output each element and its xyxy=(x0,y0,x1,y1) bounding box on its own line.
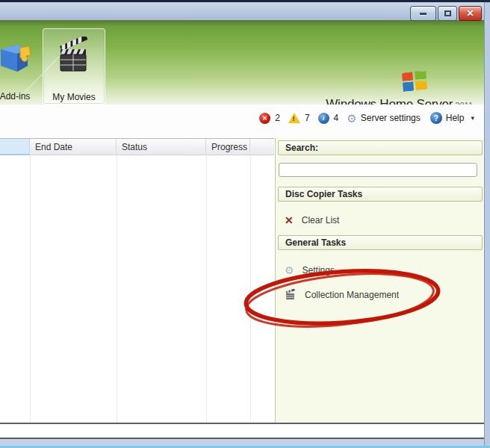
ribbon: Add-ins xyxy=(0,21,485,105)
collection-clapperboard-icon xyxy=(285,289,297,301)
settings-label: Settings xyxy=(303,265,335,276)
column-header-status[interactable]: Status xyxy=(117,139,206,155)
server-settings-button[interactable]: Server settings xyxy=(361,113,421,123)
settings-task[interactable]: ⚙ Settings xyxy=(285,265,335,276)
general-tasks-header: General Tasks xyxy=(278,235,483,250)
maximize-icon xyxy=(444,10,451,16)
table-header: End Date Status Progress xyxy=(0,138,274,155)
addins-label: Add-ins xyxy=(0,91,30,102)
clear-list-label: Clear List xyxy=(302,215,340,225)
minimize-button[interactable] xyxy=(410,6,436,21)
task-panel: Search: Disc Copier Tasks ✕ Clear List G… xyxy=(275,138,485,423)
status-row: ✕ 2 ! 7 i 4 ⚙ Server settings ? Help ▾ xyxy=(259,112,474,124)
disc-copier-tasks-header: Disc Copier Tasks xyxy=(278,187,483,202)
error-count: 2 xyxy=(275,113,280,123)
search-input[interactable] xyxy=(279,163,477,177)
my-movies-label: My Movies xyxy=(52,92,95,102)
info-count: 4 xyxy=(334,113,339,123)
clear-list-task[interactable]: ✕ Clear List xyxy=(285,215,339,225)
column-header-progress[interactable]: Progress xyxy=(206,139,250,155)
window-frame-right xyxy=(484,2,490,446)
warning-count: 7 xyxy=(305,113,310,123)
help-button[interactable]: Help xyxy=(446,113,465,123)
search-header: Search: xyxy=(278,140,483,155)
error-alert-icon[interactable]: ✕ xyxy=(259,113,270,124)
maximize-button[interactable] xyxy=(438,6,457,21)
window-controls: ✕ xyxy=(410,6,482,21)
server-settings-gear-icon[interactable]: ⚙ xyxy=(347,113,356,124)
clear-list-x-icon: ✕ xyxy=(285,215,294,225)
toolbar-strip: ✕ 2 ! 7 i 4 ⚙ Server settings ? Help ▾ e… xyxy=(0,105,485,138)
ribbon-button-addins[interactable]: Add-ins xyxy=(0,28,46,105)
windows-flag-icon xyxy=(400,69,428,98)
close-icon: ✕ xyxy=(466,9,474,18)
column-header-extra xyxy=(250,139,274,155)
minimize-icon xyxy=(420,13,427,15)
column-divider xyxy=(117,155,117,423)
collection-management-task[interactable]: Collection Management xyxy=(285,289,399,301)
my-movies-clapperboard-icon xyxy=(55,37,93,75)
status-bar xyxy=(0,424,485,438)
window-frame-bottom xyxy=(0,439,490,446)
collection-management-label: Collection Management xyxy=(305,290,399,300)
help-dropdown-icon[interactable]: ▾ xyxy=(471,114,474,122)
table-body[interactable] xyxy=(0,155,274,423)
info-alert-icon[interactable]: i xyxy=(318,113,329,124)
column-divider xyxy=(206,155,207,423)
ribbon-button-my-movies[interactable]: My Movies xyxy=(43,28,105,105)
addins-icon xyxy=(0,36,32,75)
warning-alert-icon[interactable]: ! xyxy=(288,113,300,123)
column-header-selected[interactable] xyxy=(0,139,30,155)
close-button[interactable]: ✕ xyxy=(459,6,482,21)
column-header-end-date[interactable]: End Date xyxy=(30,139,117,155)
app-window: ✕ Add-ins xyxy=(0,0,490,448)
help-icon[interactable]: ? xyxy=(430,112,442,124)
column-divider xyxy=(250,155,251,423)
column-divider xyxy=(30,155,31,423)
settings-gear-icon: ⚙ xyxy=(285,265,294,276)
